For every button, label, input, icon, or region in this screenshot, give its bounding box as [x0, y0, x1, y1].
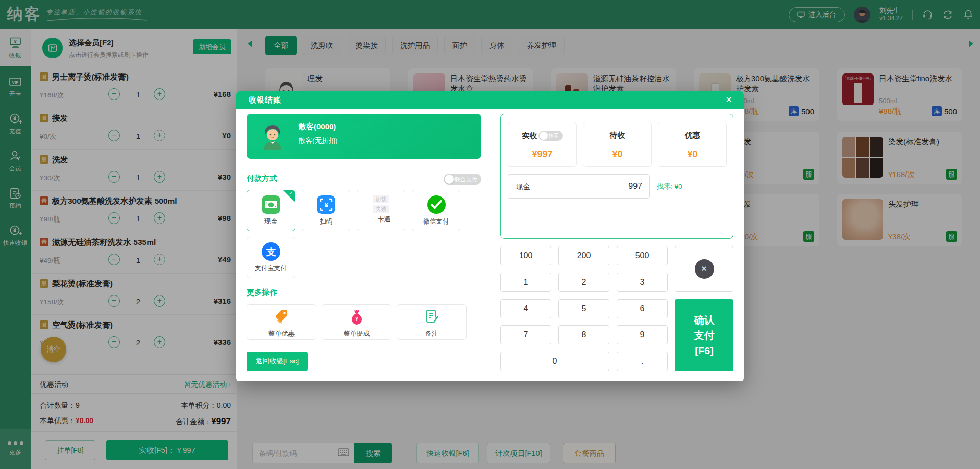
numpad-key-100[interactable]: 100 — [500, 246, 551, 265]
more-op-label: 整单优惠 — [268, 329, 295, 338]
note-pen-icon — [422, 306, 442, 327]
pending-label: 待收 — [610, 131, 625, 140]
discount-stat-value: ¥0 — [658, 149, 726, 160]
joint-pay-label: 联合支付 — [455, 176, 477, 183]
pay-method-label: 微信支付 — [424, 217, 449, 226]
member-avatar — [258, 121, 287, 151]
numpad-key-1[interactable]: 1 — [500, 273, 551, 292]
numpad-key-4[interactable]: 4 — [500, 299, 551, 318]
received-stat-box: 实收 抹零 ¥997 — [508, 122, 577, 167]
payment-methods-label: 付款方式 — [247, 174, 277, 182]
received-label: 实收 — [522, 131, 537, 141]
numpad-key-5[interactable]: 5 — [558, 299, 609, 318]
numpad-key-500[interactable]: 500 — [617, 246, 668, 265]
cash-amount-input[interactable]: 现金 997 — [508, 174, 650, 199]
pending-value: ¥0 — [583, 149, 651, 160]
pay-method-label: 支付宝支付 — [255, 264, 287, 273]
pos-app: 纳客 专注单店、小连锁的收银系统 进入后台 刘先生 v1.34.27 — [0, 0, 980, 469]
modal-member-card: 散客(0000) 散客(无折扣) — [247, 114, 481, 159]
pay-method-cash[interactable]: ✓ 现金 — [247, 190, 295, 231]
money-bag-icon: ¥ — [347, 306, 367, 327]
order-commission-button[interactable]: ¥ 整单提成 — [322, 304, 391, 340]
numpad-key-8[interactable]: 8 — [558, 325, 609, 344]
svg-text:¥: ¥ — [324, 201, 328, 209]
toggle-knob — [540, 132, 548, 140]
numpad-key-3[interactable]: 3 — [617, 273, 668, 292]
confirm-pay-button[interactable]: 确认 支付 [F6] — [675, 299, 733, 371]
numpad-key-dot[interactable]: . — [617, 352, 668, 371]
pay-method-alipay[interactable]: 支 支付宝支付 — [247, 237, 295, 278]
cash-input-label: 现金 — [516, 182, 530, 192]
numpad-key-0[interactable]: 0 — [500, 352, 609, 371]
alipay-icon: 支 — [261, 241, 281, 262]
check-icon: ✓ — [289, 190, 293, 196]
numpad-key-2[interactable]: 2 — [558, 273, 609, 292]
order-discount-button[interactable]: 整单优惠 — [247, 304, 316, 340]
payment-summary-panel: 实收 抹零 ¥997 待收 ¥0 优惠 ¥0 现金 997 — [500, 114, 733, 239]
modal-member-level: 散客(无折扣) — [299, 136, 338, 145]
backspace-icon: ✕ — [695, 259, 714, 279]
numpad-key-9[interactable]: 9 — [617, 325, 668, 344]
pay-method-wechat[interactable]: 微信支付 — [412, 190, 460, 231]
scan-code-icon: ¥ — [316, 194, 336, 215]
pay-method-label: 现金 — [264, 217, 277, 226]
round-off-toggle[interactable]: 抹零 — [538, 131, 563, 141]
numpad-backspace-button[interactable]: ✕ — [675, 246, 733, 292]
svg-text:¥: ¥ — [355, 316, 358, 322]
pay-method-onecard[interactable]: 加载 失败 一卡通 — [357, 190, 405, 231]
close-icon[interactable]: ✕ — [726, 95, 732, 105]
more-operations-label: 更多操作 — [247, 288, 277, 298]
cash-input-value: 997 — [628, 182, 642, 191]
modal-member-name: 散客(0000) — [299, 122, 336, 132]
pending-stat-box: 待收 ¥0 — [583, 122, 652, 167]
more-op-label: 整单提成 — [344, 329, 370, 338]
back-to-cashier-button[interactable]: 返回收银[Esc] — [247, 352, 308, 371]
numpad-key-7[interactable]: 7 — [500, 325, 551, 344]
pay-method-scan[interactable]: ¥ 扫码 — [302, 190, 350, 231]
order-note-button[interactable]: 备注 — [397, 304, 467, 340]
change-due-text: 找零: ¥0 — [657, 182, 682, 191]
modal-title: 收银结账 — [249, 95, 281, 105]
checkout-modal: 收银结账 ✕ 散客(0000) 散客(无折扣) 付款方式 联合支付 ✓ 现金 — [236, 91, 744, 381]
svg-text:支: 支 — [265, 246, 276, 257]
cash-icon — [261, 194, 281, 215]
pay-method-label: 扫码 — [320, 217, 332, 226]
wechat-pay-icon — [426, 194, 447, 215]
discount-stat-label: 优惠 — [685, 131, 700, 140]
icon-load-failed-placeholder: 加载 失败 — [373, 195, 389, 213]
more-op-label: 备注 — [425, 329, 438, 338]
discount-tag-icon — [272, 306, 292, 327]
pay-method-label: 一卡通 — [372, 215, 391, 224]
received-value: ¥997 — [508, 149, 576, 160]
numpad-key-200[interactable]: 200 — [558, 246, 609, 265]
toggle-knob — [445, 175, 454, 184]
joint-pay-toggle[interactable]: 联合支付 — [444, 174, 481, 185]
round-off-label: 抹零 — [549, 132, 559, 139]
numpad-key-6[interactable]: 6 — [617, 299, 668, 318]
numpad: 100 200 500 1 2 3 4 5 6 7 8 9 0 . ✕ 确认 支… — [500, 246, 733, 371]
modal-header: 收银结账 ✕ — [236, 91, 744, 109]
discount-stat-box: 优惠 ¥0 — [658, 122, 727, 167]
